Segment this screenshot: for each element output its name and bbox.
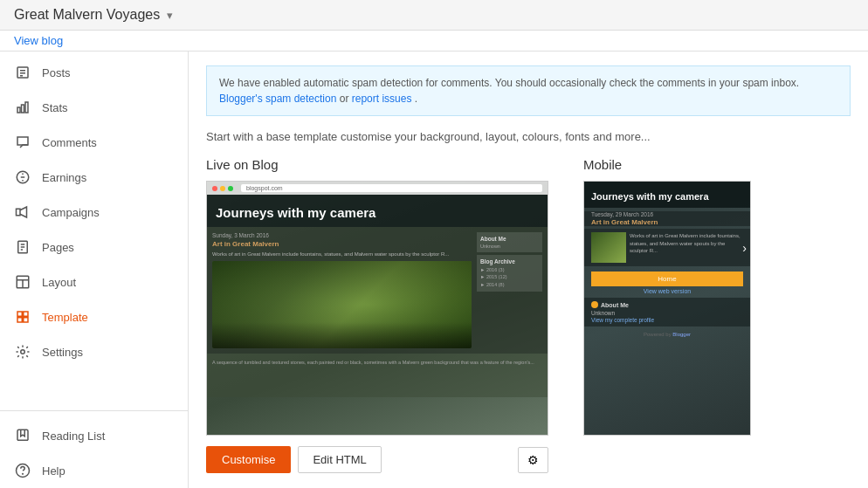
live-blog-preview: blogspot.com Journeys with my camera Sun… — [206, 181, 548, 436]
reading-list-icon — [14, 427, 31, 444]
mobile-powered-text: Powered by — [644, 332, 672, 337]
sidebar-item-campaigns[interactable]: Campaigns — [0, 195, 188, 230]
notification-box: We have enabled automatic spam detection… — [206, 65, 851, 116]
layout-icon — [14, 273, 31, 291]
live-blog-heading: Journeys with my camera — [216, 205, 539, 220]
live-blog-date: Sunday, 3 March 2016 — [212, 232, 472, 238]
sidebar-item-reading-list[interactable]: Reading List — [0, 418, 188, 453]
sidebar-item-label: Stats — [42, 101, 68, 114]
sidebar-item-label: Layout — [42, 276, 76, 289]
mobile-preview: Journeys with my camera Tuesday, 29 Marc… — [583, 181, 751, 436]
sidebar-item-comments[interactable]: Comments — [0, 125, 188, 160]
help-icon — [14, 462, 31, 479]
mobile-profile-link: View my complete profile — [591, 317, 743, 323]
live-blog-post-title: Art in Great Malvern — [212, 240, 472, 248]
spam-detection-link[interactable]: Blogger's spam detection — [219, 93, 336, 105]
sidebar-item-label: Earnings — [42, 171, 86, 184]
sidebar-item-help[interactable]: Help — [0, 453, 188, 488]
sidebar-item-stats[interactable]: Stats — [0, 90, 188, 125]
mobile-blog-title: Journeys with my camera — [591, 190, 743, 203]
posts-icon — [14, 64, 31, 81]
sidebar-item-label: Reading List — [42, 430, 105, 443]
template-icon — [14, 308, 31, 326]
template-subtitle: Start with a base template customise you… — [206, 130, 851, 143]
mobile-title: Mobile — [583, 157, 751, 172]
settings-gear-icon: ⚙ — [527, 453, 539, 467]
settings-icon — [14, 343, 31, 361]
mobile-date: Tuesday, 29 March 2016 — [591, 211, 743, 217]
comments-icon — [14, 134, 31, 151]
settings-button[interactable]: ⚙ — [518, 447, 548, 473]
sidebar-item-label: Comments — [42, 136, 97, 149]
sidebar-item-earnings[interactable]: Earnings — [0, 160, 188, 195]
sidebar-item-layout[interactable]: Layout — [0, 265, 188, 299]
app-header: Great Malvern Voyages ▾ — [0, 0, 868, 31]
live-blog-title: Live on Blog — [206, 157, 548, 172]
svg-rect-6 — [25, 102, 28, 113]
svg-rect-4 — [17, 107, 20, 113]
svg-point-18 — [23, 473, 24, 474]
sidebar-item-settings[interactable]: Settings — [0, 334, 188, 369]
pages-icon — [14, 238, 31, 256]
sidebar-item-label: Help — [42, 464, 65, 478]
report-issues-link[interactable]: report issues — [352, 93, 412, 105]
stats-icon — [14, 99, 31, 116]
live-archive-title: Blog Archive — [480, 258, 539, 265]
sidebar-item-template[interactable]: Template — [0, 299, 188, 334]
customise-button[interactable]: Customise — [206, 446, 291, 473]
sidebar: Posts Stats Comments Ea — [0, 52, 189, 488]
mobile-post-text: Works of art in Great Malvern include fo… — [630, 232, 743, 263]
mobile-about-title: About Me — [601, 302, 629, 308]
sidebar-item-label: Pages — [42, 241, 74, 254]
notification-text: We have enabled automatic spam detection… — [219, 77, 799, 89]
mobile-home-button: Home — [591, 271, 743, 286]
edit-html-button[interactable]: Edit HTML — [298, 446, 381, 473]
campaigns-icon — [14, 203, 31, 221]
svg-rect-8 — [17, 209, 21, 216]
live-blog-column: Live on Blog blogspot.com — [206, 157, 548, 473]
dropdown-icon[interactable]: ▾ — [167, 9, 173, 22]
mobile-about-dot — [591, 301, 598, 308]
sidebar-divider — [0, 410, 188, 411]
sidebar-item-label: Settings — [42, 346, 83, 359]
action-bar: Customise Edit HTML ⚙ — [206, 446, 548, 473]
sidebar-item-label: Template — [42, 311, 88, 324]
svg-point-16 — [21, 350, 25, 354]
main-content: We have enabled automatic spam detection… — [189, 52, 868, 488]
svg-rect-5 — [22, 105, 24, 113]
templates-row: Live on Blog blogspot.com — [206, 157, 851, 473]
mobile-view-web: View web version — [584, 288, 750, 294]
sidebar-item-pages[interactable]: Pages — [0, 230, 188, 265]
live-blog-thumbnail: blogspot.com Journeys with my camera Sun… — [207, 182, 548, 435]
mobile-post-title: Art in Great Malvern — [591, 218, 743, 226]
mobile-column: Mobile Journeys with my camera Tuesday, … — [583, 157, 751, 473]
mobile-powered-brand: Blogger — [672, 332, 691, 337]
sidebar-item-label: Posts — [42, 66, 71, 79]
live-about-title: About Me — [480, 236, 539, 242]
sidebar-item-label: Campaigns — [42, 206, 100, 219]
mobile-thumbnail: Journeys with my camera Tuesday, 29 Marc… — [584, 182, 750, 435]
mobile-user: Unknown — [591, 310, 743, 316]
sidebar-item-posts[interactable]: Posts — [0, 55, 188, 90]
earnings-icon — [14, 168, 31, 186]
blog-name: Great Malvern Voyages — [14, 7, 160, 23]
view-blog-link[interactable]: View blog — [14, 34, 63, 47]
